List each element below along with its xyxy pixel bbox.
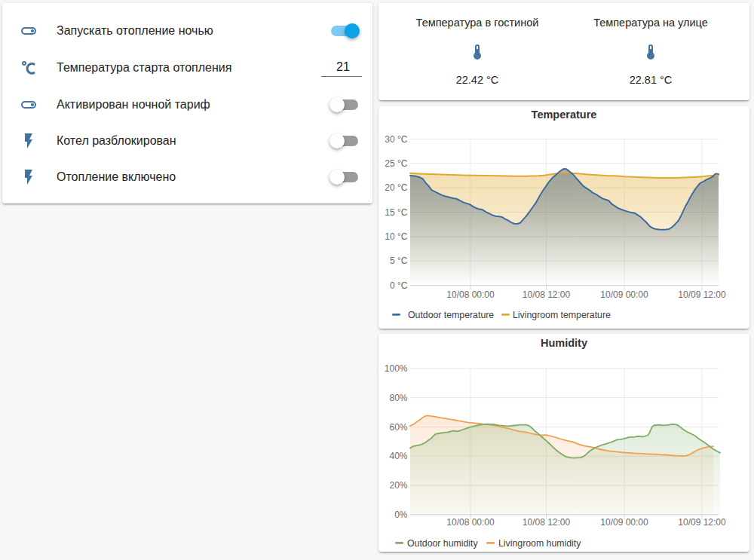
svg-text:100%: 100% (385, 363, 408, 374)
svg-text:20%: 20% (389, 480, 407, 491)
svg-text:10/09 12:00: 10/09 12:00 (678, 289, 726, 300)
svg-text:10/08 12:00: 10/08 12:00 (523, 517, 571, 528)
svg-text:30 °C: 30 °C (385, 134, 407, 145)
svg-text:Temperature: Temperature (532, 109, 597, 121)
svg-text:Outdoor temperature: Outdoor temperature (408, 310, 494, 320)
svg-text:80%: 80% (389, 393, 407, 403)
svg-text:Humidity: Humidity (541, 337, 587, 349)
svg-text:20 °C: 20 °C (385, 182, 407, 193)
svg-text:Outdoor humidity: Outdoor humidity (407, 538, 478, 549)
svg-text:Livingroom temperature: Livingroom temperature (513, 310, 611, 320)
svg-text:0 °C: 0 °C (390, 280, 408, 291)
svg-text:Livingroom humidity: Livingroom humidity (498, 538, 581, 549)
svg-text:10 °C: 10 °C (385, 231, 407, 242)
svg-text:25 °C: 25 °C (385, 158, 407, 169)
svg-text:10/09 12:00: 10/09 12:00 (678, 517, 726, 528)
svg-text:5 °C: 5 °C (390, 256, 408, 266)
svg-text:0%: 0% (394, 510, 408, 520)
svg-text:10/08 00:00: 10/08 00:00 (446, 289, 495, 300)
svg-text:10/09 00:00: 10/09 00:00 (600, 289, 648, 300)
svg-text:10/08 00:00: 10/08 00:00 (446, 517, 495, 528)
svg-text:15 °C: 15 °C (385, 207, 407, 218)
svg-text:40%: 40% (389, 451, 407, 461)
svg-text:60%: 60% (389, 422, 407, 433)
svg-text:10/08 12:00: 10/08 12:00 (523, 289, 571, 300)
svg-text:10/09 00:00: 10/09 00:00 (600, 517, 648, 528)
